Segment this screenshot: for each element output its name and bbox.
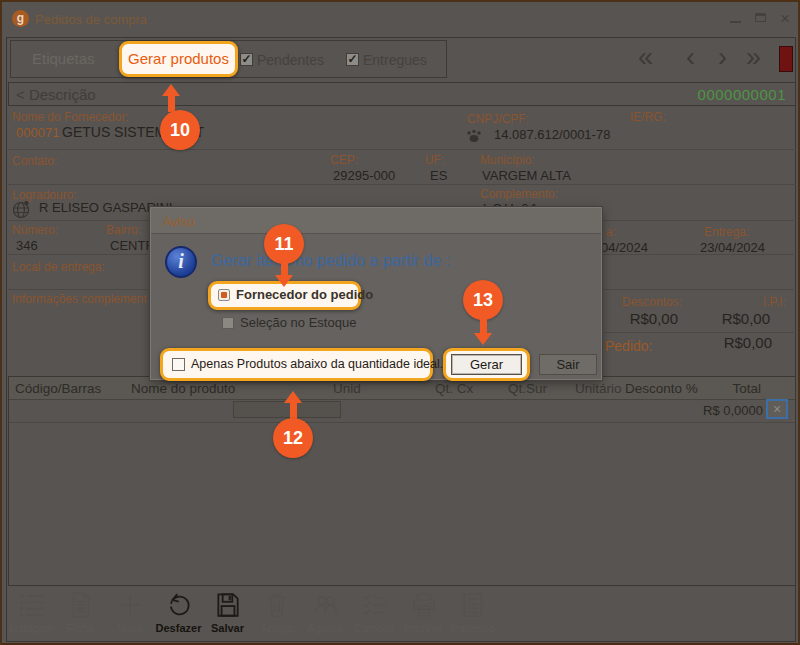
bottom-toolbar: Listagem Ficha Novo (7, 590, 797, 644)
dialog-title-bar[interactable] (151, 208, 601, 234)
arrow-up-to-gerar-produtos (162, 84, 180, 96)
sair-button[interactable]: Sair (539, 354, 597, 375)
close-button[interactable]: × (780, 9, 790, 29)
row-combo-field[interactable] (233, 401, 341, 418)
plus-icon (115, 590, 145, 620)
row-delete-button[interactable]: × (766, 399, 788, 419)
col-codigo-barras[interactable]: Código/Barras (15, 381, 101, 396)
local-entrega-label: Local de entrega: (12, 260, 105, 274)
arrow-down-to-gerar-button (474, 333, 492, 345)
dialog-title: Aviso (163, 214, 195, 229)
toolbar-item-label: Imprime (404, 622, 444, 634)
window-title: Pedidos de compra (35, 12, 147, 27)
toolbar-item-label: Desfazer (156, 622, 202, 634)
nome-fornecedor-label: Nome do Fornecedor: (12, 110, 129, 124)
gerar-produtos-button[interactable]: Gerar produtos (122, 44, 235, 74)
dialog-message: Gerar itens no pedido a partir de : (211, 252, 450, 270)
cnpj-value: 14.087.612/0001-78 (494, 127, 610, 142)
municipio-value: VARGEM ALTA (482, 168, 571, 183)
toolbar-item-label: Ficha (67, 622, 94, 634)
uf-value: ES (430, 168, 447, 183)
toolbar-item-label: Apaga (261, 622, 293, 634)
bairro-label: Bairro: (106, 223, 141, 237)
data-label-fragment: a: (606, 225, 616, 239)
numero-value: 346 (16, 238, 38, 253)
entrega-label: Entrega: (704, 225, 749, 239)
record-number: 0000000001 (698, 86, 786, 103)
minimize-button[interactable] (730, 21, 741, 23)
toolbar-item-listagem[interactable]: Listagem (7, 590, 56, 634)
toolbar-item-imprime[interactable]: Imprime (399, 590, 448, 634)
informacoes-label: Informações complement (12, 292, 147, 306)
descontos-value: R$0,00 (598, 310, 678, 327)
undo-icon (164, 590, 194, 620)
step-13-badge: 13 (463, 280, 503, 320)
toolbar-item-impresso[interactable]: Impresso (448, 590, 497, 634)
group-icon (311, 590, 341, 620)
title-bar: g Pedidos de compra × (2, 2, 798, 36)
maximize-button[interactable] (755, 13, 766, 22)
toolbar-item-salvar[interactable]: Salvar (203, 590, 252, 634)
toolbar-item-agrupa[interactable]: Agrupa (301, 590, 350, 634)
globe-icon (11, 199, 32, 220)
descontos-label: Descontos: (602, 295, 682, 309)
checklist-icon (360, 590, 390, 620)
aviso-dialog: Aviso i Gerar itens no pedido a partir d… (150, 207, 602, 380)
col-total[interactable]: Total (701, 381, 761, 396)
radio-selected-mark (221, 292, 227, 298)
cep-value: 29295-000 (333, 168, 395, 183)
etiquetas-button[interactable]: Etiquetas (32, 50, 95, 67)
step-11-badge: 11 (264, 224, 304, 264)
step-10-badge: 10 (160, 110, 200, 150)
printer-icon (409, 590, 439, 620)
nav-prev-button[interactable]: ‹ (686, 42, 695, 73)
apenas-produtos-label[interactable]: Apenas Produtos abaixo da quantidade ide… (191, 357, 443, 371)
col-unid[interactable]: Unid (333, 381, 361, 396)
toolbar-item-ficha[interactable]: Ficha (56, 590, 105, 634)
record-indicator (779, 46, 793, 72)
toolbar-item-label: Novo (117, 622, 143, 634)
uf-label: UF: (425, 153, 444, 167)
selecao-estoque-label[interactable]: Seleção no Estoque (240, 315, 356, 330)
selecao-estoque-checkbox[interactable] (222, 317, 234, 329)
col-qt-cx[interactable]: Qt. Cx (435, 381, 473, 396)
row-total-value: R$ 0,0000 (663, 403, 763, 418)
pendentes-label: Pendentes (257, 52, 324, 68)
complemento-label: Complemento: (480, 187, 558, 201)
info-icon: i (165, 246, 197, 278)
pendentes-checkbox[interactable]: ✓ (240, 53, 253, 66)
entregues-checkbox[interactable]: ✓ (346, 53, 359, 66)
apenas-produtos-checkbox[interactable] (172, 358, 185, 371)
toolbar-item-campos[interactable]: Campos (350, 590, 399, 634)
col-unitario[interactable]: Unitário (575, 381, 622, 396)
nav-next-button[interactable]: › (718, 42, 727, 73)
ipi-value: R$0,00 (690, 310, 770, 327)
pedido-value: R$0,00 (692, 334, 772, 351)
gerar-button[interactable]: Gerar (451, 354, 522, 375)
pedido-label: Pedido: (605, 338, 652, 354)
list-icon (17, 590, 47, 620)
descricao-bar (8, 82, 796, 106)
arrow-down-to-fornecedor-option (275, 275, 293, 287)
entrega-value: 23/04/2024 (700, 240, 765, 255)
toolbar-item-desfazer[interactable]: Desfazer (154, 590, 203, 634)
toolbar-item-label: Impresso (450, 622, 495, 634)
descricao-label[interactable]: < Descrição (16, 86, 96, 103)
col-nome-produto[interactable]: Nome do produto (131, 381, 235, 396)
fornecedor-option-label[interactable]: Fornecedor do pedido (236, 287, 373, 302)
col-desconto[interactable]: Desconto % (625, 381, 698, 396)
nav-first-button[interactable]: « (638, 42, 653, 73)
entregues-label: Entregues (363, 52, 427, 68)
toolbar-item-label: Campos (354, 622, 395, 634)
toolbar-item-apaga[interactable]: Apaga (252, 590, 301, 634)
data-value-fragment: 04/2024 (601, 240, 648, 255)
arrow-up-to-apenas-checkbox (284, 391, 302, 403)
nav-last-button[interactable]: » (746, 42, 761, 73)
contato-label: Contato: (12, 154, 57, 168)
col-qt-sur[interactable]: Qt.Sur (508, 381, 547, 396)
fornecedor-radio[interactable] (218, 289, 230, 301)
file-icon (66, 590, 96, 620)
toolbar-item-novo[interactable]: Novo (105, 590, 154, 634)
report-icon (458, 590, 488, 620)
cep-label: CEP: (330, 153, 358, 167)
